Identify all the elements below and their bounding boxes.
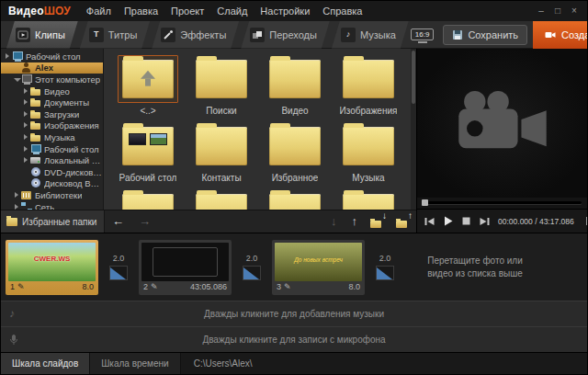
tree-item[interactable]: Библиотеки xyxy=(1,189,103,201)
tree-item[interactable]: DVD-дисковод (D:) xyxy=(1,166,103,178)
folder-tile[interactable]: Изображения xyxy=(334,55,403,117)
big-folder-icon xyxy=(269,127,321,165)
folder-tile[interactable] xyxy=(113,189,183,210)
back-button[interactable]: ← xyxy=(105,210,131,233)
browser-column: Рабочий столAlexЭтот компьютерВидеоДокум… xyxy=(1,49,416,233)
tree-item[interactable]: Дисковод BD-ROM xyxy=(1,178,103,190)
tree-item[interactable]: Видео xyxy=(1,85,103,97)
prev-frame-button[interactable] xyxy=(423,214,436,229)
create-button[interactable]: Создать xyxy=(533,21,588,49)
timeline-slide[interactable]: СWER.WS 1 ✎ 8.0 xyxy=(6,240,98,295)
edit-slide-icon[interactable]: ✎ xyxy=(17,283,25,291)
expander-icon[interactable] xyxy=(22,133,30,142)
tab-effects[interactable]: Эффекты xyxy=(152,21,239,49)
timeline-slide[interactable]: 2 ✎ 43:05.086 xyxy=(139,240,232,295)
move-up-button[interactable]: ↑ xyxy=(345,210,366,233)
tab-clips[interactable]: Клипы xyxy=(6,21,78,49)
folder-tile[interactable]: Музыка xyxy=(334,122,403,184)
tab-slide-scale[interactable]: Шкала слайдов xyxy=(1,353,90,374)
seek-thumb[interactable] xyxy=(422,199,428,206)
scrollbar-thumb[interactable] xyxy=(412,51,415,104)
mini-thumbnail xyxy=(150,133,167,145)
aspect-ratio-indicator[interactable]: 16:9 xyxy=(411,28,435,40)
move-down-button[interactable]: ↓ xyxy=(323,210,345,233)
expander-icon[interactable] xyxy=(4,52,12,61)
timeline-transition[interactable]: 2.0 xyxy=(369,254,401,280)
timeline-slide[interactable]: До новых встреч 3 ✎ 8.0 xyxy=(272,240,365,295)
edit-slide-icon[interactable]: ✎ xyxy=(284,283,291,291)
music-track[interactable]: ♪ Дважды кликните для добавления музыки xyxy=(1,301,587,326)
folder-iconbox xyxy=(338,55,399,103)
favorite-folders-button[interactable]: Избранные папки xyxy=(1,210,105,233)
tab-titles[interactable]: T Титры xyxy=(80,21,150,49)
stop-button[interactable] xyxy=(459,214,473,229)
tree-item[interactable]: Сеть xyxy=(1,201,103,210)
folder-tile[interactable] xyxy=(260,189,330,210)
folder-tile[interactable] xyxy=(334,189,403,210)
forward-button[interactable]: → xyxy=(131,210,158,233)
folder-tile[interactable] xyxy=(187,189,256,210)
tree-item[interactable]: Этот компьютер xyxy=(1,74,103,85)
menu-item[interactable]: Проект xyxy=(164,1,210,21)
expander-icon[interactable] xyxy=(13,191,21,199)
menu-item[interactable]: Правка xyxy=(118,1,164,21)
expander-icon[interactable] xyxy=(22,145,30,153)
up-arrow-icon xyxy=(141,71,155,86)
tree-item[interactable]: Документы xyxy=(1,97,103,108)
tree-item[interactable]: Локальный диск (C:) xyxy=(1,154,103,166)
player-controls: 00:00.000 / 43:17.086 xyxy=(417,209,587,233)
app-logo-show: ШОУ xyxy=(44,5,71,17)
menu-item[interactable]: Слайд xyxy=(210,1,254,21)
open-folder-up-button[interactable]: ↑ xyxy=(395,214,412,229)
scrollbar[interactable] xyxy=(411,49,416,210)
seek-bar[interactable] xyxy=(417,198,587,209)
tree-item[interactable]: Alex xyxy=(1,62,103,74)
tree-item[interactable]: Музыка xyxy=(1,131,103,143)
folder-tile[interactable]: Поиски xyxy=(187,55,256,117)
close-button[interactable]: × xyxy=(567,2,582,20)
microphone-track[interactable]: Дважды кликните для записи с микрофона xyxy=(1,326,587,352)
play-button[interactable] xyxy=(441,214,455,229)
timeline-transition[interactable]: 2.0 xyxy=(236,254,267,280)
tree-item-label: Изображения xyxy=(44,120,99,131)
big-folder-icon xyxy=(122,60,174,98)
transition-icon xyxy=(376,266,394,280)
folder-tile[interactable]: <..> xyxy=(113,55,183,117)
tree-item[interactable]: Рабочий стол xyxy=(1,51,103,62)
expander-icon[interactable] xyxy=(22,98,30,107)
timeline-transition[interactable]: 2.0 xyxy=(103,254,134,280)
menu-item[interactable]: Файл xyxy=(80,1,118,21)
expander-icon[interactable] xyxy=(22,156,30,165)
expander-icon[interactable] xyxy=(22,121,30,130)
folder-tile[interactable]: Видео xyxy=(260,55,330,117)
titles-icon: T xyxy=(89,28,104,42)
save-button[interactable]: Сохранить xyxy=(443,25,527,45)
folder-tile[interactable]: Рабочий стол xyxy=(113,122,183,184)
thumbnail-text: До новых встреч xyxy=(294,256,343,263)
expander-icon[interactable] xyxy=(13,75,21,84)
add-all-to-project-button[interactable]: ↓ xyxy=(369,214,386,229)
menu-item[interactable]: Настройки xyxy=(254,1,316,21)
tab-label: Клипы xyxy=(35,29,65,40)
folder-tile[interactable]: Контакты xyxy=(187,122,256,184)
tree-item[interactable]: Рабочий стол xyxy=(1,143,103,155)
tab-time-scale[interactable]: Шкала времени xyxy=(90,353,180,374)
fullscreen-button[interactable] xyxy=(583,214,588,229)
minimize-button[interactable]: – xyxy=(534,2,548,20)
tab-transitions[interactable]: Переходы xyxy=(241,21,330,49)
expander-icon[interactable] xyxy=(13,203,21,210)
tree-item[interactable]: Изображения xyxy=(1,120,103,132)
slide-thumbnail xyxy=(141,243,229,281)
expander-icon[interactable] xyxy=(22,87,30,96)
desktop-icon xyxy=(30,144,41,154)
folder-tile[interactable]: Избранное xyxy=(260,122,330,184)
next-frame-button[interactable] xyxy=(478,214,492,229)
maximize-button[interactable]: □ xyxy=(550,2,565,20)
edit-slide-icon[interactable]: ✎ xyxy=(151,283,158,291)
tree-item[interactable]: Загрузки xyxy=(1,108,103,120)
folder-tile-label: <..> xyxy=(140,106,155,117)
menu-item[interactable]: Справка xyxy=(316,1,368,21)
folder-tile-label: Изображения xyxy=(340,106,398,117)
expander-icon[interactable] xyxy=(22,110,30,119)
tab-music[interactable]: ♪ Музыка xyxy=(332,21,409,49)
